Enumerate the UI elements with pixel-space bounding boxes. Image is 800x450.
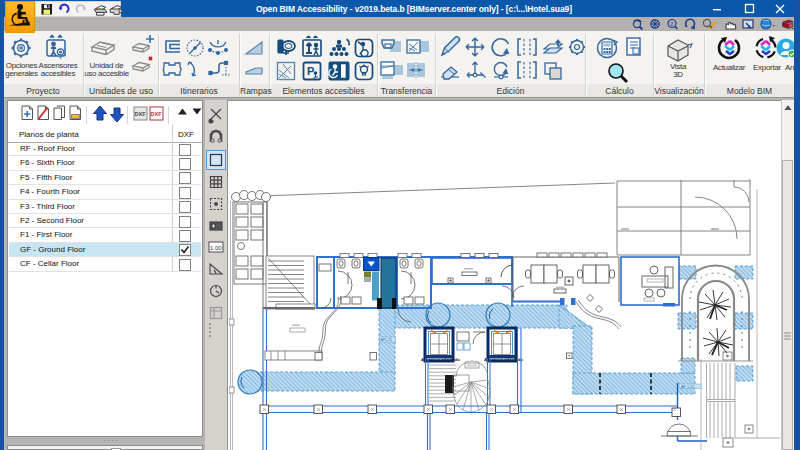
svg-text:1.00: 1.00 [210,245,222,251]
svg-text:AF1.20: AF1.20 [381,338,393,342]
svg-text:Ascensor adaptado: Ascensor adaptado [421,357,460,362]
svg-text:DXF: DXF [151,111,163,117]
svg-text:DXF: DXF [135,111,147,117]
svg-text:P: P [307,65,314,77]
svg-text:AF 1.20: AF 1.20 [681,385,694,389]
svg-text:2: 2 [670,21,674,27]
